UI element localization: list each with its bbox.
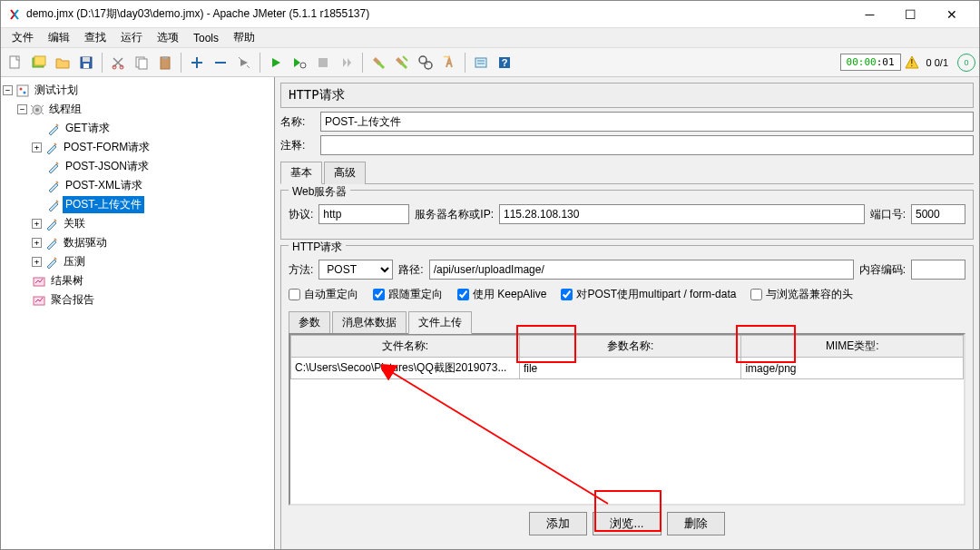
tree-report[interactable]: 聚合报告 (48, 291, 97, 309)
encoding-input[interactable] (911, 260, 965, 280)
tree-result[interactable]: 结果树 (48, 272, 86, 290)
comment-input[interactable] (320, 135, 974, 155)
table-row[interactable]: C:\Users\Secoo\Pictures\QQ截图2019073... f… (291, 358, 964, 379)
add-button[interactable]: 添加 (529, 512, 587, 535)
cell-filename[interactable]: C:\Users\Secoo\Pictures\QQ截图2019073... (291, 358, 520, 379)
subtab-fileupload[interactable]: 文件上传 (408, 311, 472, 334)
subtab-params[interactable]: 参数 (289, 311, 330, 334)
thread-count: 0 0/1 (923, 57, 952, 68)
cell-mimetype[interactable]: image/png (741, 358, 964, 379)
tree-testplan[interactable]: 测试计划 (32, 82, 81, 99)
browse-button[interactable]: 浏览... (593, 512, 661, 535)
expand-icon[interactable] (186, 52, 208, 74)
checkbox-browsercompat[interactable]: 与浏览器兼容的头 (750, 287, 853, 302)
tree-item[interactable]: GET请求 (63, 120, 113, 137)
port-input[interactable] (911, 204, 965, 224)
tree-toggle[interactable]: + (32, 142, 42, 152)
open-icon[interactable] (52, 52, 74, 74)
window-title: demo.jmx (D:\17期\day03\demo.jmx) - Apach… (26, 6, 849, 22)
checkbox-followredirect[interactable]: 跟随重定向 (373, 287, 443, 302)
file-upload-table[interactable]: 文件名称: 参数名称: MIME类型: C:\Users\Secoo\Pictu… (290, 335, 964, 379)
path-input[interactable] (429, 260, 854, 280)
clear-icon[interactable] (368, 52, 389, 74)
sampler-icon (46, 179, 61, 193)
svg-text:!: ! (910, 58, 913, 68)
server-status-icon: 0 (957, 54, 975, 72)
toggle-icon[interactable] (233, 52, 255, 74)
tab-basic[interactable]: 基本 (280, 162, 322, 184)
help-icon[interactable]: ? (494, 52, 515, 74)
save-icon[interactable] (75, 52, 97, 74)
delete-button[interactable]: 删除 (667, 512, 725, 535)
tree-threadgroup[interactable]: 线程组 (46, 101, 84, 118)
menu-file[interactable]: 文件 (5, 27, 41, 48)
server-label: 服务器名称或IP: (415, 207, 494, 222)
sampler-icon (44, 141, 59, 155)
cut-icon[interactable] (107, 52, 129, 74)
reset-search-icon[interactable] (438, 52, 460, 74)
tree-toggle[interactable]: − (3, 85, 13, 95)
function-icon[interactable] (470, 52, 492, 74)
subtab-body[interactable]: 消息体数据 (332, 311, 407, 334)
svg-rect-4 (83, 57, 90, 62)
shutdown-icon[interactable] (336, 52, 358, 74)
tree-item-selected[interactable]: POST-上传文件 (63, 196, 144, 213)
menu-tools[interactable]: Tools (186, 29, 226, 47)
collapse-icon[interactable] (210, 52, 231, 74)
tree-item[interactable]: POST-FORM请求 (61, 139, 152, 156)
tree-toggle[interactable]: − (17, 104, 27, 114)
start-icon[interactable] (265, 52, 287, 74)
checkbox-multipart[interactable]: 对POST使用multipart / form-data (561, 287, 736, 302)
server-input[interactable] (499, 204, 865, 224)
tree-item[interactable]: POST-XML请求 (63, 177, 145, 194)
app-icon (8, 8, 21, 21)
svg-point-21 (20, 87, 23, 90)
tree-item[interactable]: 关联 (61, 215, 88, 232)
name-label: 名称: (280, 114, 320, 130)
svg-rect-20 (17, 85, 28, 96)
tab-advanced[interactable]: 高级 (324, 162, 366, 184)
paste-icon[interactable] (154, 52, 176, 74)
tree-item[interactable]: 压测 (61, 253, 88, 270)
titlebar: demo.jmx (D:\17期\day03\demo.jmx) - Apach… (1, 1, 979, 28)
checkbox-autoredirect[interactable]: 自动重定向 (289, 287, 358, 302)
menu-edit[interactable]: 编辑 (41, 27, 77, 48)
th-filename: 文件名称: (291, 336, 520, 358)
svg-point-22 (24, 91, 26, 93)
menu-run[interactable]: 运行 (113, 27, 150, 48)
method-select[interactable]: POST (318, 260, 393, 280)
menu-search[interactable]: 查找 (77, 27, 113, 48)
tree-toggle[interactable]: + (32, 238, 42, 248)
warning-icon[interactable]: ! (903, 54, 921, 72)
tree-toggle[interactable]: + (32, 257, 42, 267)
editor-pane: HTTP请求 名称: 注释: 基本 高级 Web服务器 协议: 服务器名称或IP… (275, 77, 979, 549)
search-icon[interactable] (415, 52, 436, 74)
tree-item[interactable]: 数据驱动 (61, 234, 110, 251)
templates-icon[interactable] (28, 52, 50, 74)
tree-toggle[interactable]: + (32, 219, 42, 229)
name-input[interactable] (320, 112, 974, 132)
panel-title: HTTP请求 (280, 83, 974, 108)
toolbar-timer: 00:00:01 (840, 54, 901, 71)
maximize-button[interactable]: ☐ (890, 2, 931, 27)
test-plan-tree[interactable]: −测试计划 −线程组 GET请求 +POST-FORM请求 POST-JSON请… (1, 77, 275, 549)
sampler-icon (46, 198, 61, 212)
protocol-label: 协议: (289, 207, 313, 222)
menu-help[interactable]: 帮助 (226, 27, 262, 48)
stop-icon[interactable] (312, 52, 334, 74)
close-button[interactable]: ✕ (931, 2, 972, 27)
checkbox-keepalive[interactable]: 使用 KeepAlive (457, 287, 546, 302)
threadgroup-icon (30, 103, 44, 117)
minimize-button[interactable]: ─ (849, 2, 890, 27)
protocol-input[interactable] (318, 204, 409, 224)
copy-icon[interactable] (131, 52, 152, 74)
start-notimer-icon[interactable] (289, 52, 310, 74)
svg-point-24 (35, 108, 39, 112)
th-paramname: 参数名称: (519, 336, 741, 358)
cell-paramname[interactable]: file (519, 358, 741, 379)
new-icon[interactable] (5, 52, 26, 74)
tree-item[interactable]: POST-JSON请求 (63, 158, 152, 175)
menu-options[interactable]: 选项 (150, 27, 186, 48)
svg-rect-5 (83, 64, 89, 68)
clear-all-icon[interactable] (391, 52, 413, 74)
